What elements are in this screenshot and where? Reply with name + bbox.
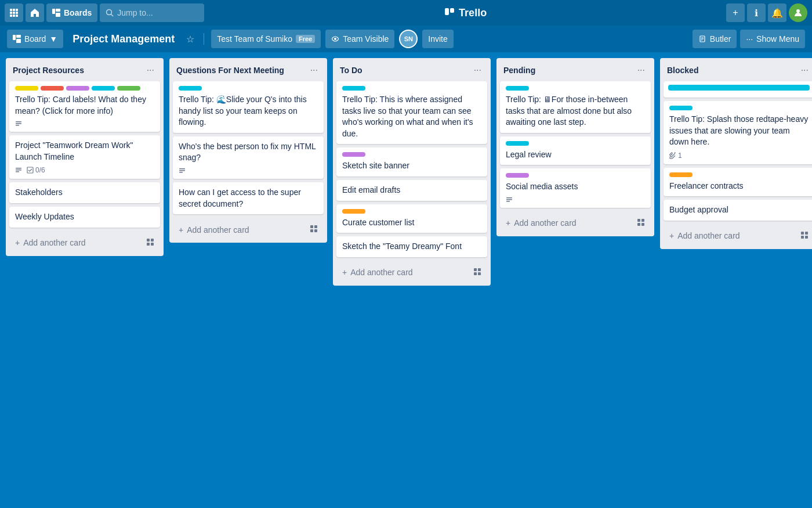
list-menu-button[interactable]: ··· <box>308 64 320 77</box>
card-text: Freelancer contracts <box>669 181 809 192</box>
label-teal <box>506 141 529 146</box>
board-content: Project Resources ··· Trello Tip: Card l… <box>0 52 812 508</box>
svg-rect-36 <box>179 168 185 170</box>
label-yellow <box>15 86 38 91</box>
home-icon[interactable] <box>26 3 44 22</box>
svg-rect-28 <box>16 168 21 169</box>
list-menu-button[interactable]: ··· <box>472 64 484 77</box>
svg-rect-19 <box>16 39 21 43</box>
svg-rect-34 <box>147 243 150 246</box>
card-labels <box>179 86 318 91</box>
add-card-button[interactable]: + Add another card <box>336 263 487 282</box>
svg-rect-55 <box>805 232 808 235</box>
card-tip-labels[interactable]: Trello Tip: Card labels! What do they me… <box>9 81 160 132</box>
attachment-count: 1 <box>678 152 682 160</box>
notifications-button[interactable]: 🔔 <box>768 3 786 22</box>
card-footer <box>179 167 318 174</box>
svg-rect-43 <box>474 268 477 271</box>
board-view-button[interactable]: Board ▼ <box>7 30 63 48</box>
list-header: Questions For Next Meeting ··· <box>169 58 327 81</box>
card-legal-review[interactable]: Legal review <box>500 136 651 165</box>
card-sketch-banner[interactable]: Sketch site banner <box>336 147 487 176</box>
add-card-button[interactable]: + Add another card <box>9 233 160 253</box>
info-button[interactable]: ℹ <box>747 3 766 22</box>
team-visible-button[interactable]: Team Visible <box>325 30 394 48</box>
invite-button[interactable]: Invite <box>422 30 453 48</box>
svg-rect-44 <box>478 268 481 271</box>
card-weekly-updates[interactable]: Weekly Updates <box>9 207 160 228</box>
svg-rect-40 <box>314 225 317 228</box>
svg-rect-11 <box>56 13 60 17</box>
avatar[interactable]: SN <box>399 30 418 48</box>
card-labels <box>506 173 645 178</box>
card-social-media[interactable]: Social media assets <box>500 168 651 208</box>
template-icon <box>146 238 154 248</box>
star-button[interactable]: ☆ <box>184 31 197 47</box>
card-text: Weekly Updates <box>15 211 154 223</box>
svg-rect-42 <box>314 229 317 232</box>
card-tip-questions[interactable]: Trello Tip: 🌊Slide your Q's into this ha… <box>173 81 324 133</box>
list-blocked: Blocked ··· Trello Tip: Splash those red… <box>660 58 812 249</box>
search-input[interactable] <box>117 8 198 17</box>
profile-button[interactable] <box>789 3 807 22</box>
card-edit-email[interactable]: Edit email drafts <box>336 180 487 201</box>
list-title: Blocked <box>667 66 799 75</box>
card-labels <box>668 85 810 91</box>
add-button[interactable]: + <box>726 3 745 22</box>
invite-label: Invite <box>428 34 447 44</box>
svg-rect-47 <box>506 197 512 199</box>
list-cards: Trello Tip: 🖥For those in-between tasks … <box>496 81 654 211</box>
label-purple <box>342 152 365 157</box>
list-to-do: To Do ··· Trello Tip: This is where assi… <box>333 58 491 286</box>
add-card-label: Add another card <box>350 268 412 277</box>
svg-rect-3 <box>10 12 12 14</box>
add-card-label: Add another card <box>514 218 576 228</box>
card-launch-timeline[interactable]: Project "Teamwork Dream Work" Launch Tim… <box>9 135 160 179</box>
label-cyan <box>669 106 693 110</box>
board-title[interactable]: Project Management <box>68 31 179 48</box>
card-stakeholders[interactable]: Stakeholders <box>9 182 160 203</box>
svg-rect-56 <box>801 236 804 239</box>
list-questions-next-meeting: Questions For Next Meeting ··· Trello Ti… <box>169 58 327 243</box>
card-html-snag[interactable]: Who's the best person to fix my HTML sna… <box>173 136 324 179</box>
add-card-button[interactable]: + Add another card <box>173 220 324 239</box>
add-card-button[interactable]: + Add another card <box>500 214 651 233</box>
card-tip-pending[interactable]: Trello Tip: 🖥For those in-between tasks … <box>500 81 651 133</box>
card-labels <box>669 172 809 177</box>
card-curate-customer[interactable]: Curate customer list <box>336 204 487 233</box>
boards-button[interactable]: Boards <box>46 3 97 22</box>
label-teal-wide <box>668 85 810 91</box>
card-labels <box>342 152 481 157</box>
card-wide-label[interactable] <box>664 81 812 98</box>
svg-rect-49 <box>506 201 510 202</box>
card-tip-todo[interactable]: Trello Tip: This is where assigned tasks… <box>336 81 487 144</box>
list-menu-button[interactable]: ··· <box>635 64 647 77</box>
svg-point-16 <box>796 9 800 13</box>
show-menu-button[interactable]: ··· Show Menu <box>740 30 805 48</box>
list-menu-button[interactable]: ··· <box>799 64 811 77</box>
team-button[interactable]: Test Team of Sumiko Free <box>211 30 321 48</box>
add-card-button[interactable]: + Add another card <box>664 226 812 246</box>
card-text: Stakeholders <box>15 187 154 199</box>
svg-rect-17 <box>13 35 16 40</box>
header-right: Butler ··· Show Menu <box>693 30 805 48</box>
card-secret-document[interactable]: How can I get access to the super secret… <box>173 182 324 214</box>
butler-button[interactable]: Butler <box>693 30 737 48</box>
card-labels <box>506 141 645 146</box>
card-budget-approval[interactable]: Budget approval <box>664 200 812 221</box>
plus-icon: + <box>15 238 20 247</box>
list-menu-button[interactable]: ··· <box>144 64 157 77</box>
card-tip-blocked[interactable]: Trello Tip: Splash those redtape-heavy i… <box>664 101 812 164</box>
card-footer <box>15 120 154 127</box>
card-text: Project "Teamwork Dream Work" Launch Tim… <box>15 140 154 163</box>
svg-rect-32 <box>147 239 150 242</box>
plus-icon: + <box>179 225 183 235</box>
svg-rect-35 <box>151 243 154 246</box>
card-freelancer-contracts[interactable]: Freelancer contracts <box>664 168 812 197</box>
search-box[interactable] <box>100 3 204 22</box>
card-sketch-font[interactable]: Sketch the "Teamy Dreamy" Font <box>336 236 487 257</box>
label-purple <box>506 173 529 178</box>
label-purple <box>66 86 89 91</box>
board-dropdown-icon: ▼ <box>49 34 57 44</box>
apps-icon[interactable] <box>5 3 23 22</box>
